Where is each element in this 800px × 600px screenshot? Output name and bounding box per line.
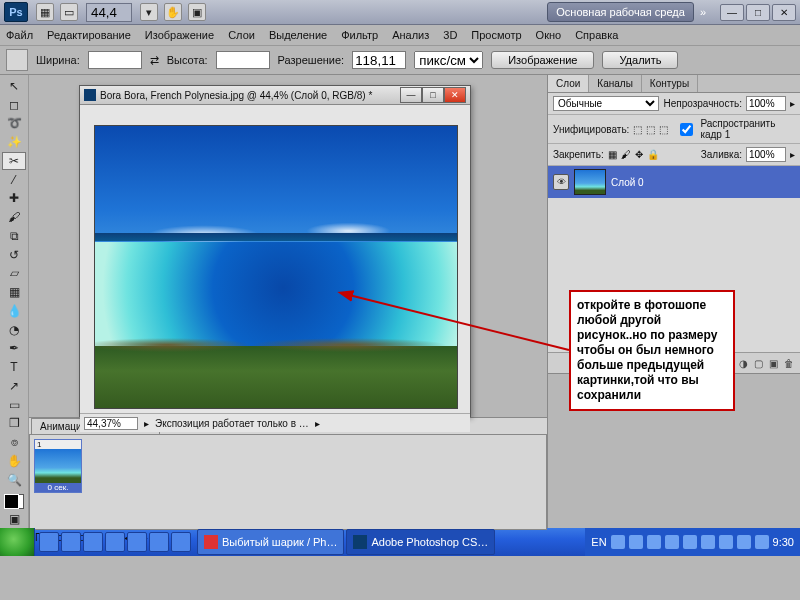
lock-position-icon[interactable]: ✥ (635, 149, 643, 160)
menu-filter[interactable]: Фильтр (341, 29, 378, 41)
menu-image[interactable]: Изображение (145, 29, 214, 41)
tray-icon[interactable] (701, 535, 715, 549)
doc-minimize-button[interactable]: — (400, 87, 422, 103)
doc-close-button[interactable]: ✕ (444, 87, 466, 103)
unify-style-icon[interactable]: ⬚ (659, 124, 668, 135)
doc-maximize-button[interactable]: □ (422, 87, 444, 103)
stamp-tool[interactable]: ⧉ (2, 227, 26, 245)
path-tool[interactable]: ↗ (2, 377, 26, 395)
tray-icon[interactable] (629, 535, 643, 549)
chevron-right-icon[interactable]: ▸ (790, 98, 795, 109)
height-input[interactable] (216, 51, 270, 69)
ql-icon[interactable] (105, 532, 125, 552)
animation-frame[interactable]: 1 0 сек. (34, 439, 82, 493)
hand-icon[interactable]: ✋ (164, 3, 182, 21)
zoom-tool[interactable]: 🔍 (2, 471, 26, 489)
frame-time[interactable]: 0 сек. (35, 483, 81, 492)
ql-icon[interactable] (39, 532, 59, 552)
image-button[interactable]: Изображение (491, 51, 594, 69)
minimize-button[interactable]: — (720, 4, 744, 21)
crop-tool[interactable]: ✂ (2, 152, 26, 170)
menu-3d[interactable]: 3D (443, 29, 457, 41)
delete-button[interactable]: Удалить (602, 51, 678, 69)
ql-icon[interactable] (171, 532, 191, 552)
folder-icon[interactable]: ▢ (754, 358, 763, 369)
layer-row[interactable]: 👁 Слой 0 (548, 166, 800, 198)
bridge-icon[interactable]: ▦ (36, 3, 54, 21)
ql-icon[interactable] (83, 532, 103, 552)
adjustment-icon[interactable]: ◑ (739, 358, 748, 369)
document-canvas[interactable] (80, 105, 470, 413)
menu-edit[interactable]: Редактирование (47, 29, 131, 41)
lock-pixels-icon[interactable]: 🖌 (621, 149, 631, 160)
chevron-right-icon[interactable]: ▸ (790, 149, 795, 160)
type-tool[interactable]: T (2, 358, 26, 376)
zoom-field[interactable] (86, 3, 132, 22)
tray-icon[interactable] (683, 535, 697, 549)
eraser-tool[interactable]: ▱ (2, 265, 26, 283)
fill-input[interactable] (746, 147, 786, 162)
resolution-input[interactable] (352, 51, 406, 69)
brush-tool[interactable]: 🖌 (2, 208, 26, 226)
eyedropper-tool[interactable]: ∕ (2, 171, 26, 189)
workspace-button[interactable]: Основная рабочая среда (547, 2, 694, 22)
swap-icon[interactable]: ⇄ (150, 54, 159, 67)
menu-view[interactable]: Просмотр (471, 29, 521, 41)
tab-layers[interactable]: Слои (548, 75, 589, 92)
maximize-button[interactable]: □ (746, 4, 770, 21)
shape-tool[interactable]: ▭ (2, 396, 26, 414)
chevron-right-icon[interactable]: ▸ (315, 418, 320, 429)
gradient-tool[interactable]: ▦ (2, 283, 26, 301)
unify-visibility-icon[interactable]: ⬚ (646, 124, 655, 135)
zoom-status[interactable]: 44,37% (84, 417, 138, 430)
ql-icon[interactable] (127, 532, 147, 552)
crop-tool-icon[interactable] (6, 49, 28, 71)
dodge-tool[interactable]: ◔ (2, 321, 26, 339)
tray-icon[interactable] (647, 535, 661, 549)
width-input[interactable] (88, 51, 142, 69)
tab-paths[interactable]: Контуры (642, 75, 698, 92)
start-button[interactable] (0, 528, 35, 556)
menu-file[interactable]: Файл (6, 29, 33, 41)
view-icon[interactable]: ▣ (188, 3, 206, 21)
document-titlebar[interactable]: Bora Bora, French Polynesia.jpg @ 44,4% … (80, 86, 470, 105)
hand-tool[interactable]: ✋ (2, 452, 26, 470)
tab-channels[interactable]: Каналы (589, 75, 642, 92)
menu-select[interactable]: Выделение (269, 29, 327, 41)
menu-layers[interactable]: Слои (228, 29, 255, 41)
menu-analysis[interactable]: Анализ (392, 29, 429, 41)
taskbar-item-active[interactable]: Adobe Photoshop CS… (346, 529, 495, 555)
expand-icon[interactable]: » (700, 6, 706, 18)
units-select[interactable]: пикс/см (414, 51, 483, 69)
lock-all-icon[interactable]: 🔒 (647, 149, 659, 160)
lang-indicator[interactable]: EN (591, 536, 606, 548)
tray-icon[interactable] (737, 535, 751, 549)
blur-tool[interactable]: 💧 (2, 302, 26, 320)
tray-icon[interactable] (755, 535, 769, 549)
ql-icon[interactable] (61, 532, 81, 552)
trash-icon[interactable]: 🗑 (784, 358, 794, 369)
opacity-input[interactable] (746, 96, 786, 111)
chevron-down-icon[interactable]: ▾ (140, 3, 158, 21)
quickmask-tool[interactable]: ▣ (2, 510, 26, 528)
camera-tool[interactable]: ⌾ (2, 433, 26, 451)
pen-tool[interactable]: ✒ (2, 340, 26, 358)
move-tool[interactable]: ↖ (2, 77, 26, 95)
history-brush-tool[interactable]: ↺ (2, 246, 26, 264)
layer-name[interactable]: Слой 0 (611, 177, 644, 188)
lock-transparency-icon[interactable]: ▦ (608, 149, 617, 160)
menu-help[interactable]: Справка (575, 29, 618, 41)
marquee-tool[interactable]: ◻ (2, 96, 26, 114)
color-swatch[interactable] (4, 494, 24, 510)
lasso-tool[interactable]: ➰ (2, 115, 26, 133)
tray-icon[interactable] (611, 535, 625, 549)
close-button[interactable]: ✕ (772, 4, 796, 21)
document-window[interactable]: Bora Bora, French Polynesia.jpg @ 44,4% … (79, 85, 471, 417)
blend-mode-select[interactable]: Обычные (553, 96, 659, 111)
chevron-right-icon[interactable]: ▸ (144, 418, 149, 429)
taskbar-item[interactable]: Выбитый шарик / Ph… (197, 529, 344, 555)
3d-tool[interactable]: ❒ (2, 415, 26, 433)
layout-icon[interactable]: ▭ (60, 3, 78, 21)
visibility-icon[interactable]: 👁 (553, 174, 569, 190)
wand-tool[interactable]: ✨ (2, 133, 26, 151)
